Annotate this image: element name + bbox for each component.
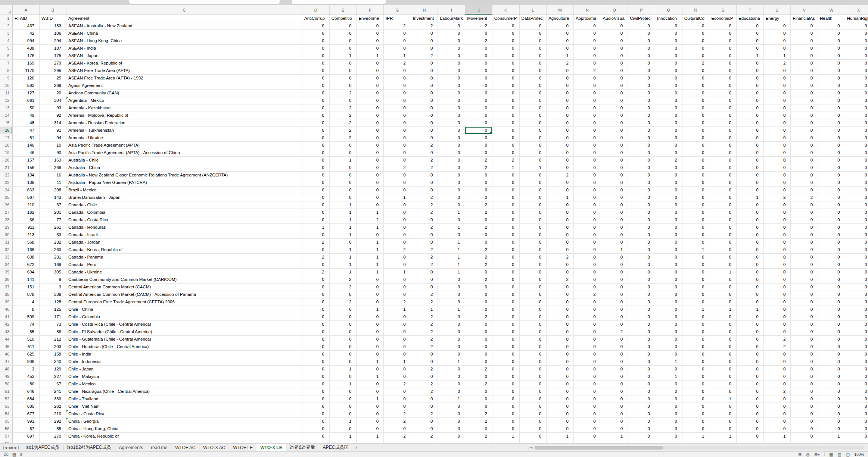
cell-V49[interactable]: 0	[791, 373, 818, 381]
cell-S26[interactable]: 0	[709, 201, 737, 209]
cell-L2[interactable]: 0	[520, 22, 547, 30]
cell-P48[interactable]: 0	[628, 366, 655, 373]
cell-S18[interactable]: 0	[709, 142, 737, 149]
cell-S30[interactable]: 0	[709, 231, 737, 239]
cell-H14[interactable]: 0	[411, 112, 438, 119]
cell-C15[interactable]: Armenia - Russian Federation	[66, 119, 302, 127]
row-number[interactable]: 16	[0, 127, 13, 134]
cell-E50[interactable]: 1	[330, 381, 357, 388]
cell-I44[interactable]: 0	[438, 336, 465, 343]
cell-O10[interactable]: 0	[601, 82, 628, 90]
cell-I33[interactable]: 1	[438, 254, 465, 261]
cell-G6[interactable]: 1	[384, 52, 411, 60]
cell-L26[interactable]: 0	[520, 201, 547, 209]
cell-L24[interactable]: 0	[520, 187, 547, 194]
cell-X23[interactable]: 0	[845, 179, 868, 187]
cell-D53[interactable]: 0	[302, 403, 330, 410]
cell-W44[interactable]: 0	[818, 336, 845, 343]
cell-H15[interactable]: 0	[411, 119, 438, 127]
cell-D50[interactable]: 0	[302, 381, 330, 388]
cell-O42[interactable]: 0	[601, 321, 628, 328]
cell-E41[interactable]: 0	[330, 313, 357, 321]
cell-P18[interactable]: 0	[628, 142, 655, 149]
cell-S56[interactable]: 0	[709, 425, 737, 433]
cell-D38[interactable]: 0	[302, 291, 330, 298]
cell-Q25[interactable]: 0	[655, 194, 682, 201]
cell-J17[interactable]: 0	[465, 134, 492, 142]
cell-S55[interactable]: 0	[709, 418, 737, 425]
cell-T5[interactable]: 0	[737, 45, 764, 52]
cell-E38[interactable]: 0	[330, 291, 357, 298]
cell-G48[interactable]: 0	[384, 366, 411, 373]
cell-L21[interactable]: 1	[520, 164, 547, 172]
cell-P13[interactable]: 0	[628, 104, 655, 112]
cell-V57[interactable]: 0	[791, 433, 818, 440]
cell-I11[interactable]: 0	[438, 90, 465, 97]
cell-V43[interactable]: 0	[791, 328, 818, 336]
cell-L56[interactable]: 0	[520, 425, 547, 433]
cell-Q7[interactable]: 0	[655, 60, 682, 67]
cell-G10[interactable]: 0	[384, 82, 411, 90]
cell-E39[interactable]: 2	[330, 298, 357, 306]
cell-L43[interactable]: 0	[520, 328, 547, 336]
cell-R43[interactable]: 0	[682, 328, 710, 336]
cell-M8[interactable]: 0	[547, 67, 574, 75]
cell-D12[interactable]: 0	[302, 97, 330, 104]
cell-H21[interactable]: 2	[411, 164, 438, 172]
cell-U2[interactable]: 0	[764, 22, 791, 30]
cell-H20[interactable]: 2	[411, 157, 438, 164]
cell-M5[interactable]: 0	[547, 45, 574, 52]
cell-G31[interactable]: 0	[384, 239, 411, 246]
cell-P50[interactable]: 0	[628, 381, 655, 388]
cell-I23[interactable]: 0	[438, 179, 465, 187]
cell-C54[interactable]: China - Costa Rica	[66, 410, 302, 418]
cell-J57[interactable]: 2	[465, 433, 492, 440]
cell-H47[interactable]: 0	[411, 358, 438, 366]
cell-V13[interactable]: 0	[791, 104, 818, 112]
cell-N36[interactable]: 0	[574, 276, 601, 284]
cell-M40[interactable]: 0	[547, 306, 574, 313]
cell-I14[interactable]: 0	[438, 112, 465, 119]
cell-J18[interactable]: 0	[465, 142, 492, 149]
cell-N9[interactable]: 0	[574, 75, 601, 82]
cell-P23[interactable]: 0	[628, 179, 655, 187]
cell-J48[interactable]: 2	[465, 366, 492, 373]
cell-F25[interactable]: 0	[357, 194, 384, 201]
cell-U57[interactable]: 1	[764, 433, 791, 440]
cell-C58[interactable]	[66, 440, 302, 443]
cell-A42[interactable]: 74	[13, 321, 40, 328]
cell-Q15[interactable]: 0	[655, 119, 682, 127]
cell-G4[interactable]: 0	[384, 37, 411, 45]
cell-T22[interactable]: 0	[737, 172, 764, 179]
cell-R57[interactable]: 1	[682, 433, 710, 440]
cell-O54[interactable]: 0	[601, 410, 628, 418]
cell-D19[interactable]: 0	[302, 149, 330, 157]
cell-L5[interactable]: 0	[520, 45, 547, 52]
cell-X24[interactable]: 0	[845, 187, 868, 194]
cell-O33[interactable]: 0	[601, 254, 628, 261]
cell-B25[interactable]: 143	[40, 194, 66, 201]
cell-K19[interactable]: 0	[492, 149, 520, 157]
cell-B50[interactable]: 67	[40, 381, 66, 388]
cell-L38[interactable]: 0	[520, 291, 547, 298]
cell-P31[interactable]: 0	[628, 239, 655, 246]
cell-F58[interactable]	[357, 440, 384, 443]
column-letter-T[interactable]: T	[737, 5, 764, 15]
header-cell-Q[interactable]: Innovation	[655, 15, 682, 22]
cell-M23[interactable]: 0	[547, 179, 574, 187]
cell-X48[interactable]: 0	[845, 366, 868, 373]
cell-P16[interactable]: 0	[628, 127, 655, 134]
header-cell-O[interactable]: AudioVisua	[601, 15, 628, 22]
cell-U47[interactable]: 0	[764, 358, 791, 366]
cell-J16[interactable]: 0	[465, 127, 492, 134]
cell-S28[interactable]: 0	[709, 216, 737, 224]
cell-M10[interactable]: 0	[547, 82, 574, 90]
cell-J22[interactable]: 0	[465, 172, 492, 179]
cell-W41[interactable]: 0	[818, 313, 845, 321]
cell-K26[interactable]: 0	[492, 201, 520, 209]
cell-T52[interactable]: 0	[737, 395, 764, 403]
cell-W23[interactable]: 0	[818, 179, 845, 187]
cell-F51[interactable]: 0	[357, 388, 384, 395]
cell-H9[interactable]: 0	[411, 75, 438, 82]
cell-K28[interactable]: 0	[492, 216, 520, 224]
